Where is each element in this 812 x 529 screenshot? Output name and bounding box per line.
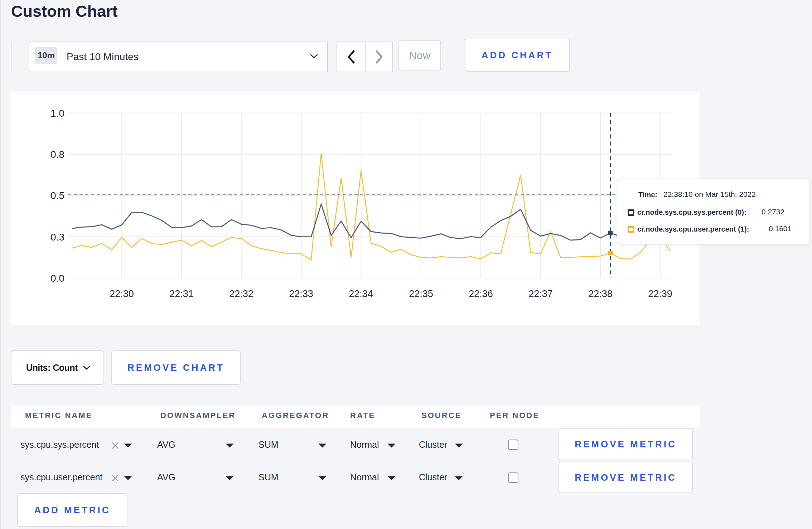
svg-text:0.3: 0.3: [50, 232, 64, 243]
svg-text:22:39: 22:39: [648, 288, 672, 299]
svg-text:0.8: 0.8: [50, 149, 64, 160]
svg-text:22:37: 22:37: [528, 288, 553, 299]
svg-text:22:31: 22:31: [169, 288, 194, 299]
svg-text:22:35: 22:35: [409, 288, 433, 299]
svg-text:22:30: 22:30: [110, 288, 134, 299]
svg-text:0.0: 0.0: [50, 273, 64, 284]
svg-text:22:38: 22:38: [588, 288, 613, 299]
svg-text:22:36: 22:36: [469, 288, 493, 299]
svg-text:22:32: 22:32: [229, 288, 253, 299]
svg-text:0.5: 0.5: [50, 190, 64, 201]
svg-text:22:34: 22:34: [349, 288, 373, 299]
svg-text:1.0: 1.0: [50, 108, 64, 119]
svg-text:22:33: 22:33: [289, 288, 313, 299]
